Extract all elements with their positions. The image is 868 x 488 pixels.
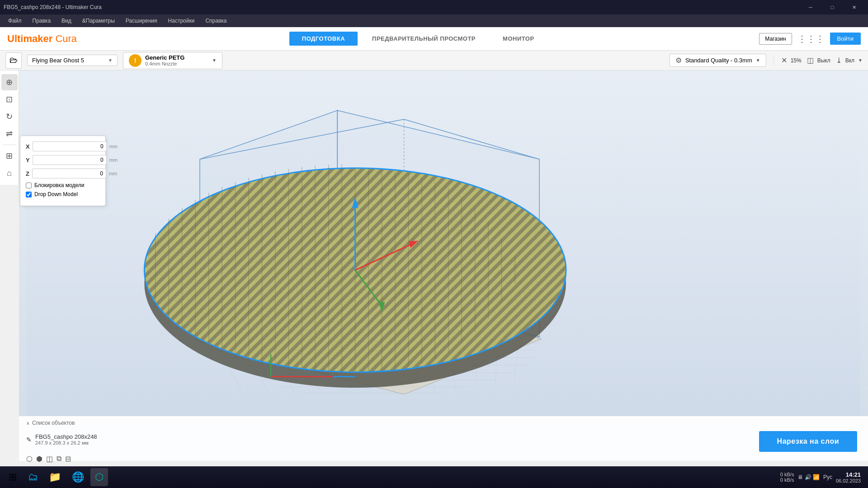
keyboard-lang: Рус xyxy=(823,474,832,480)
material-dropdown-arrow: ▼ xyxy=(212,58,217,63)
lock-model-row: Блокировка модели xyxy=(26,182,100,188)
tool-divider xyxy=(3,145,16,145)
support-icon: ✕ xyxy=(781,56,787,65)
restore-button[interactable]: □ xyxy=(822,0,843,14)
taskbar-time: 14:21 xyxy=(846,471,861,478)
object-dimensions: 247.9 x 208.3 x 26.2 мм xyxy=(35,440,97,446)
files-icon: 📁 xyxy=(49,471,61,483)
login-button[interactable]: Войти xyxy=(830,33,861,45)
object-item: ✎ FBG5_cashpo 208x248 247.9 x 208.3 x 26… xyxy=(26,433,97,446)
material-name: Generic PETG xyxy=(145,54,184,61)
edit-icon[interactable]: ✎ xyxy=(26,436,32,443)
speed-down: 0 kB/s xyxy=(780,477,794,483)
y-label: Y xyxy=(26,157,30,164)
settings-icon: ⚙ xyxy=(675,56,682,65)
objects-header-label: Список объектов xyxy=(32,420,75,426)
minimize-button[interactable]: ─ xyxy=(800,0,821,14)
nav-prepare[interactable]: ПОДГОТОВКА xyxy=(289,32,358,46)
logo-light: Cura xyxy=(55,33,77,44)
move-tool[interactable]: ⊕ xyxy=(1,74,18,90)
cura-icon: ⬡ xyxy=(95,471,104,483)
taskbar-explorer[interactable]: 🗂 xyxy=(24,468,42,486)
apps-icon[interactable]: ⋮⋮⋮ xyxy=(797,33,825,44)
obj-action-4[interactable]: ⧉ xyxy=(57,455,61,463)
menu-view[interactable]: Вид xyxy=(57,16,76,26)
window-controls: ─ □ ✕ xyxy=(800,0,864,14)
scale-tool[interactable]: ⊡ xyxy=(1,91,18,108)
x-coord-row: X mm xyxy=(26,141,100,151)
y-input[interactable] xyxy=(33,155,107,165)
title-bar: FBG5_cashpo 208x248 - Ultimaker Cura ─ □… xyxy=(0,0,868,14)
windows-icon: ⊞ xyxy=(9,471,17,483)
quality-label: Standard Quality - 0.3mm xyxy=(685,57,752,64)
secondary-toolbar: 🗁 Flying Bear Ghost 5 ▼ ! Generic PETG 0… xyxy=(0,51,868,70)
dropdown-model-row: Drop Down Model xyxy=(26,191,100,197)
nav-preview[interactable]: ПРЕДВАРИТЕЛЬНЫЙ ПРОСМОТР xyxy=(359,32,488,46)
material-selector[interactable]: ! Generic PETG 0.4mm Nozzle ▼ xyxy=(123,52,222,69)
explorer-icon: 🗂 xyxy=(28,471,38,483)
taskbar-chrome[interactable]: 🌐 xyxy=(67,468,89,486)
left-toolbar: ⊕ ⊡ ↻ ⇌ ⊞ ⌂ xyxy=(0,70,19,185)
quality-settings[interactable]: ⚙ Standard Quality - 0.3mm ▼ xyxy=(670,54,766,67)
printer-selector[interactable]: Flying Bear Ghost 5 ▼ xyxy=(27,55,118,66)
objects-header: ∧ Список объектов xyxy=(26,420,75,426)
nav-buttons: ПОДГОТОВКА ПРЕДВАРИТЕЛЬНЫЙ ПРОСМОТР МОНИ… xyxy=(289,32,547,46)
x-label: X xyxy=(26,143,30,150)
objects-panel: ∧ Список объектов ✎ FBG5_cashpo 208x248 … xyxy=(19,416,868,461)
material-info: Generic PETG 0.4mm Nozzle xyxy=(145,54,184,66)
obj-action-3[interactable]: ◫ xyxy=(46,455,53,463)
taskbar-files[interactable]: 📁 xyxy=(44,468,66,486)
obj-action-5[interactable]: ⊟ xyxy=(65,455,71,463)
support-controls: ✕ 15% xyxy=(781,56,802,65)
menu-help[interactable]: Справка xyxy=(201,16,231,26)
dropdown-model-label: Drop Down Model xyxy=(34,191,78,197)
taskbar: ⊞ 🗂 📁 🌐 ⬡ 0 kB/s 0 kB/s 🖥 🔊 📶 Рус 14:21 … xyxy=(0,466,868,488)
menu-params[interactable]: &Параметры xyxy=(78,16,119,26)
rotate-tool[interactable]: ↻ xyxy=(1,108,18,125)
start-button[interactable]: ⊞ xyxy=(4,468,22,486)
y-coord-row: Y mm xyxy=(26,155,100,165)
market-button[interactable]: Магазин xyxy=(759,33,792,45)
lock-model-label: Блокировка модели xyxy=(34,182,84,188)
menu-file[interactable]: Файл xyxy=(4,16,26,26)
custom-support-tool[interactable]: ⌂ xyxy=(1,165,18,181)
dropdown-model-checkbox[interactable] xyxy=(26,192,32,197)
menu-extensions[interactable]: Расширения xyxy=(121,16,162,26)
menu-settings[interactable]: Настройки xyxy=(164,16,199,26)
support-on-controls: ⤓ Вкл ▼ xyxy=(836,56,863,65)
open-folder-button[interactable]: 🗁 xyxy=(5,52,22,69)
chrome-icon: 🌐 xyxy=(72,471,84,483)
lock-model-checkbox[interactable] xyxy=(26,183,32,188)
toolbar-divider xyxy=(774,55,774,66)
taskbar-cura[interactable]: ⬡ xyxy=(90,468,108,486)
nav-monitor[interactable]: МОНИТОР xyxy=(490,32,547,46)
z-unit: mm xyxy=(109,171,117,176)
close-button[interactable]: ✕ xyxy=(844,0,864,14)
obj-action-1[interactable]: ⬡ xyxy=(26,455,33,463)
transform-panel: X mm Y mm Z mm Блокировка модели Drop Do… xyxy=(20,136,106,206)
y-unit: mm xyxy=(109,157,118,163)
toolbar-right: Магазин ⋮⋮⋮ Войти xyxy=(759,33,861,45)
support-on-label: Вкл xyxy=(845,57,854,64)
collapse-icon[interactable]: ∧ xyxy=(26,421,29,426)
taskbar-clock: 14:21 06.02.2023 xyxy=(836,471,861,483)
app-logo: Ultimaker Cura xyxy=(7,33,77,45)
x-input[interactable] xyxy=(33,141,107,151)
taskbar-right: 0 kB/s 0 kB/s 🖥 🔊 📶 Рус 14:21 06.02.2023 xyxy=(780,471,864,483)
support-tool[interactable]: ⊞ xyxy=(1,148,18,164)
material-sub: 0.4mm Nozzle xyxy=(145,61,184,66)
object-actions: ⬡ ⬢ ◫ ⧉ ⊟ xyxy=(26,455,71,463)
logo-bold: Ultimaker xyxy=(7,33,52,44)
menu-edit[interactable]: Правка xyxy=(28,16,56,26)
printer-dropdown-arrow: ▼ xyxy=(108,58,113,63)
z-input[interactable] xyxy=(32,169,106,178)
menu-bar: Файл Правка Вид &Параметры Расширения На… xyxy=(0,14,868,27)
window-title: FBG5_cashpo 208x248 - Ultimaker Cura xyxy=(4,4,102,10)
obj-action-2[interactable]: ⬢ xyxy=(36,455,42,463)
printer-name: Flying Bear Ghost 5 xyxy=(32,57,84,64)
object-name: FBG5_cashpo 208x248 xyxy=(35,433,97,440)
mirror-tool[interactable]: ⇌ xyxy=(1,126,18,142)
support-pct: 15% xyxy=(791,57,802,64)
slice-button[interactable]: Нарезка на слои xyxy=(759,431,857,452)
3d-viewport[interactable] xyxy=(19,70,868,461)
